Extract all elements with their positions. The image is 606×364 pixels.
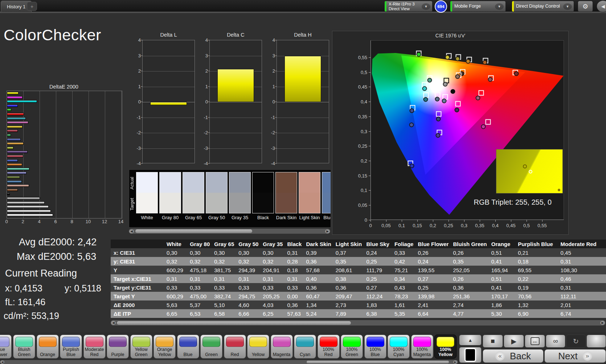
pattern-chip	[62, 337, 80, 347]
pattern-button-purplish-blue[interactable]: Purplish Blue	[60, 335, 82, 359]
delta-chart-title: Delta C	[209, 32, 262, 38]
patch-strip-scrollbar[interactable]: ◀ ▶	[129, 229, 330, 234]
de2000-bar-orange	[7, 163, 22, 166]
pattern-button-yellow[interactable]: Yellow	[247, 335, 269, 359]
pattern-chip	[109, 337, 127, 347]
compare-swatch-gray-80	[159, 172, 181, 213]
source-label: Mobile Forge	[452, 4, 495, 9]
table-scrollbar[interactable]: ◀ ▶	[111, 320, 605, 326]
pattern-chip	[296, 337, 314, 347]
de2000-bar-blue	[7, 138, 21, 141]
reading-count-badge: 694	[435, 0, 447, 13]
window-toggle-button[interactable]	[459, 347, 482, 363]
pattern-button-blue[interactable]: Blue	[177, 335, 199, 359]
current-reading-heading: Current Reading	[5, 268, 77, 279]
y-tick	[275, 71, 277, 71]
cell-value: 4,60	[236, 300, 260, 309]
gridline	[277, 133, 329, 133]
gear-icon[interactable]: ⚙	[578, 1, 593, 12]
cell-value: 0,22	[515, 274, 557, 283]
pattern-button-blue-flower[interactable]: Blue Flower	[0, 335, 12, 359]
pattern-source-dropdown[interactable]: Mobile Forge ▼	[450, 1, 506, 12]
pattern-label: 100% Green	[341, 347, 362, 357]
cie-measured-purple	[455, 108, 459, 113]
cell-value: 78,23	[392, 292, 415, 300]
deltae-chart-plot	[7, 91, 122, 218]
range-button[interactable]: ↔	[525, 335, 545, 348]
extra-button[interactable]	[586, 335, 606, 348]
pattern-button-100-cyan[interactable]: 100% Cyan	[388, 335, 410, 359]
scroll-right-icon[interactable]: ▶	[600, 321, 605, 325]
scroll-left-icon[interactable]: ◀	[111, 321, 116, 325]
pattern-bar: Blue FlowerBluish GreenOrangePurplish Bl…	[0, 332, 606, 364]
add-tab-button[interactable]: +	[27, 2, 37, 11]
scroll-up-button[interactable]: ▲	[459, 335, 482, 345]
scroll-right-icon[interactable]: ▶	[453, 360, 457, 364]
cell-value: 0,42	[392, 257, 415, 266]
gridline	[143, 118, 195, 118]
pattern-label: Cyan	[295, 352, 315, 357]
pattern-button-green[interactable]: Green	[200, 335, 222, 359]
pattern-button-purple[interactable]: Purple	[107, 335, 129, 359]
y-tick-label: -4	[269, 161, 275, 166]
meter-dropdown[interactable]: X-Rite i1Pro 3Direct View ▼	[384, 1, 433, 12]
next-label: Next	[558, 351, 577, 362]
cell-value: 2,74	[450, 300, 488, 309]
cell-value: 75,21	[392, 266, 415, 274]
stop-button[interactable]: ■	[483, 335, 503, 348]
display-control-dropdown[interactable]: Direct Display Control ▼	[512, 1, 574, 12]
loop-button[interactable]: ∞	[546, 335, 565, 348]
de2000-bar-white	[7, 214, 53, 216]
cell-value: 0,36	[303, 257, 332, 266]
gridline	[143, 148, 195, 149]
cell-value: 57,68	[303, 266, 332, 274]
cell-value: 0,33	[260, 283, 284, 292]
cie-y-tick-label: 0	[332, 217, 367, 222]
de2000-bar-orange-yellow	[7, 142, 24, 145]
pattern-button-moderate-red[interactable]: Moderate Red	[83, 335, 106, 359]
pattern-button-orange[interactable]: Orange	[37, 335, 59, 359]
pattern-button-100-blue[interactable]: 100% Blue	[364, 335, 386, 359]
y-tick	[208, 40, 210, 40]
pattern-button-magenta[interactable]: Magenta	[271, 335, 293, 359]
scrollbar-thumb[interactable]	[135, 229, 252, 233]
avg-de2000-value: Avg dE2000: 2,42	[19, 237, 97, 248]
de2000-bar-100-cyan	[7, 100, 37, 103]
cie-y-tick-label: 0,2	[332, 158, 367, 163]
de2000-bar-bluish-green	[7, 168, 29, 170]
cell-value: 6,65	[164, 309, 187, 318]
pattern-button-bluish-green[interactable]: Bluish Green	[13, 335, 35, 359]
de2000-bar-red	[7, 130, 18, 132]
window-icon	[464, 348, 476, 362]
y-tick	[275, 40, 277, 40]
pattern-button-100-green[interactable]: 100% Green	[341, 335, 363, 359]
gridline	[105, 91, 105, 218]
cie-x-tick-label: 0,05	[381, 223, 390, 228]
pattern-button-100-yellow[interactable]: 100% Yellow	[434, 335, 456, 359]
scroll-left-icon[interactable]: ◀	[129, 229, 134, 233]
pattern-bar-scrollbar[interactable]: ◀ ▶	[0, 360, 458, 364]
cie-measured-blue-sky	[435, 97, 440, 102]
scroll-right-icon[interactable]: ▶	[325, 229, 330, 233]
pattern-button-cyan[interactable]: Cyan	[294, 335, 316, 359]
y-tick-label: 1	[201, 83, 208, 89]
cie-y-tick-label: 0,15	[332, 173, 367, 178]
cell-value: 251,36	[450, 292, 488, 300]
next-button[interactable]: Next »	[544, 349, 606, 363]
y-tick	[141, 132, 143, 133]
row-label: y: CIE31	[111, 257, 164, 266]
cell-value: 0,26	[450, 248, 488, 257]
column-header-blue-flower: Blue Flower	[415, 240, 450, 248]
scrollbar-thumb[interactable]	[117, 321, 351, 325]
pattern-button-100-magenta[interactable]: 100% Magenta	[411, 335, 433, 359]
pattern-button-100-red[interactable]: 100% Red	[318, 335, 340, 359]
pattern-button-red[interactable]: Red	[224, 335, 246, 359]
back-button[interactable]: « Back	[483, 349, 544, 363]
refresh-button[interactable]: ↻	[566, 335, 586, 348]
x-tick	[449, 220, 449, 222]
scroll-left-icon[interactable]: ◀	[0, 360, 4, 364]
play-button[interactable]: ▶	[504, 335, 524, 348]
scrollbar-thumb[interactable]	[307, 361, 449, 363]
pattern-button-yellow-green[interactable]: Yellow Green	[130, 335, 152, 359]
pattern-button-orange-yellow[interactable]: Orange Yellow	[153, 335, 176, 359]
